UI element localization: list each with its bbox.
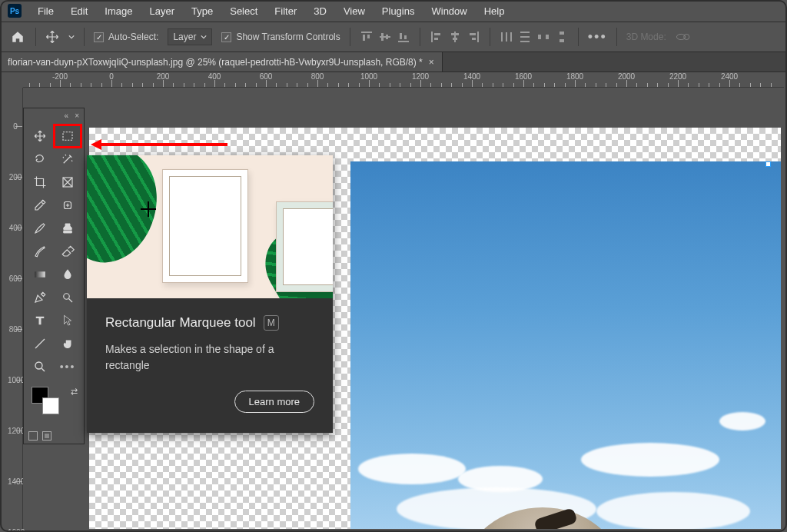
3d-orbit-icon[interactable] bbox=[676, 31, 691, 43]
svg-rect-20 bbox=[510, 32, 512, 42]
background-color-swatch[interactable] bbox=[42, 397, 59, 414]
more-options-icon[interactable]: ••• bbox=[588, 29, 607, 45]
align-hcenter-icon[interactable] bbox=[448, 30, 462, 44]
menu-view[interactable]: View bbox=[337, 2, 372, 20]
svg-rect-15 bbox=[477, 32, 479, 42]
svg-rect-9 bbox=[431, 32, 433, 42]
history-brush-tool[interactable] bbox=[27, 241, 53, 262]
ruler-tick-label: 0 bbox=[8, 122, 23, 131]
svg-rect-18 bbox=[501, 32, 503, 42]
menu-type[interactable]: Type bbox=[184, 2, 220, 20]
close-panel-icon[interactable]: × bbox=[75, 111, 79, 120]
divider bbox=[84, 28, 85, 46]
chevron-down-icon[interactable] bbox=[68, 34, 75, 40]
svg-rect-17 bbox=[472, 38, 476, 40]
eyedropper-tool[interactable] bbox=[27, 195, 53, 216]
ruler-tick-label: 800 bbox=[311, 72, 324, 81]
ruler-horizontal[interactable]: -400-20002004006008001000120014001600180… bbox=[23, 72, 784, 88]
ruler-tick-label: 1200 bbox=[412, 72, 429, 81]
svg-point-34 bbox=[64, 294, 70, 300]
distribute-space-v-icon[interactable] bbox=[555, 30, 569, 44]
align-left-icon[interactable] bbox=[430, 30, 443, 44]
ruler-tick-label: 2000 bbox=[618, 72, 635, 81]
path-selection-tool[interactable] bbox=[55, 310, 81, 331]
menu-edit[interactable]: Edit bbox=[64, 2, 95, 20]
menu-3d[interactable]: 3D bbox=[307, 2, 334, 20]
menu-layer[interactable]: Layer bbox=[143, 2, 182, 20]
gradient-tool[interactable] bbox=[27, 264, 53, 285]
learn-more-button[interactable]: Learn more bbox=[234, 391, 314, 413]
home-button[interactable] bbox=[9, 28, 26, 45]
tooltip-preview bbox=[87, 155, 333, 298]
svg-rect-24 bbox=[538, 35, 541, 39]
align-vcenter-icon[interactable] bbox=[378, 30, 392, 44]
ruler-tick-label: 1400 bbox=[463, 72, 480, 81]
svg-rect-33 bbox=[35, 271, 45, 278]
align-top-icon[interactable] bbox=[360, 30, 374, 44]
type-tool[interactable] bbox=[27, 310, 53, 331]
menu-window[interactable]: Window bbox=[424, 2, 473, 20]
svg-rect-1 bbox=[363, 35, 365, 41]
line-tool[interactable] bbox=[27, 333, 53, 354]
distribute-h-icon[interactable] bbox=[500, 30, 513, 44]
distribute-v-icon[interactable] bbox=[518, 30, 532, 44]
healing-brush-tool[interactable] bbox=[55, 195, 81, 216]
toolbox: « × bbox=[23, 108, 85, 444]
menu-file[interactable]: File bbox=[31, 2, 61, 20]
distribute-space-h-icon[interactable] bbox=[536, 30, 550, 44]
auto-select-label: Auto-Select: bbox=[108, 32, 158, 42]
svg-point-29 bbox=[683, 34, 689, 39]
document-tab[interactable]: florian-van-duyn-pXToxwjqIiQ-unsplash.jp… bbox=[0, 52, 443, 71]
menu-image[interactable]: Image bbox=[98, 2, 139, 20]
auto-select-checkbox[interactable]: ✓ Auto-Select: bbox=[94, 32, 158, 42]
tooltip-title: Rectangular Marquee tool bbox=[105, 315, 256, 331]
svg-rect-30 bbox=[63, 132, 72, 141]
swap-colors-icon[interactable]: ⇄ bbox=[71, 387, 78, 397]
frame-tool[interactable] bbox=[55, 171, 81, 193]
brush-tool[interactable] bbox=[27, 218, 53, 239]
selection-handle[interactable] bbox=[765, 161, 771, 167]
show-transform-label: Show Transform Controls bbox=[236, 32, 340, 42]
screen-mode-standard-icon[interactable] bbox=[28, 431, 38, 441]
magic-wand-tool[interactable] bbox=[55, 148, 81, 170]
edit-toolbar-icon[interactable]: ••• bbox=[55, 356, 81, 377]
crop-tool[interactable] bbox=[27, 171, 53, 193]
auto-select-type-dropdown[interactable]: Layer bbox=[168, 28, 212, 45]
menu-select[interactable]: Select bbox=[223, 2, 264, 20]
align-bottom-icon[interactable] bbox=[397, 30, 410, 44]
clone-stamp-tool[interactable] bbox=[55, 218, 81, 239]
tooltip-title-row: Rectangular Marquee tool M bbox=[105, 315, 314, 331]
close-tab-icon[interactable]: × bbox=[429, 57, 434, 68]
zoom-tool[interactable] bbox=[27, 356, 53, 377]
menu-help[interactable]: Help bbox=[477, 2, 512, 20]
eraser-tool[interactable] bbox=[55, 241, 81, 262]
collapse-panel-icon[interactable]: « bbox=[65, 111, 69, 120]
lasso-tool[interactable] bbox=[27, 148, 53, 170]
svg-rect-10 bbox=[434, 33, 440, 35]
align-right-icon[interactable] bbox=[467, 30, 480, 44]
ruler-tick-label: 1800 bbox=[566, 72, 583, 81]
quick-mask-icon[interactable] bbox=[42, 431, 51, 441]
divider bbox=[350, 28, 350, 46]
ruler-tick-label: 2400 bbox=[721, 72, 738, 81]
divider bbox=[420, 28, 420, 46]
menubar: Ps File Edit Image Layer Type Select Fil… bbox=[0, 0, 787, 22]
menu-plugins[interactable]: Plugins bbox=[375, 2, 422, 20]
show-transform-checkbox[interactable]: ✓ Show Transform Controls bbox=[221, 32, 340, 42]
align-group-1 bbox=[360, 30, 410, 44]
divider bbox=[616, 28, 617, 46]
ruler-tick-label: 0 bbox=[109, 72, 114, 81]
ruler-tick-label: 1400 bbox=[8, 477, 23, 486]
svg-rect-13 bbox=[451, 33, 459, 35]
menu-filter[interactable]: Filter bbox=[267, 2, 304, 20]
blur-tool[interactable] bbox=[55, 264, 81, 285]
sky-image-layer bbox=[350, 161, 781, 529]
color-swatches[interactable]: ⇄ bbox=[28, 385, 79, 424]
hand-tool[interactable] bbox=[55, 333, 81, 354]
ruler-vertical[interactable]: 02004006008001000120014001600 bbox=[8, 88, 23, 529]
pen-tool[interactable] bbox=[27, 287, 53, 308]
dodge-tool[interactable] bbox=[55, 287, 81, 308]
rectangular-marquee-tool[interactable] bbox=[55, 125, 81, 147]
move-tool[interactable] bbox=[27, 125, 53, 147]
svg-rect-8 bbox=[404, 35, 407, 39]
